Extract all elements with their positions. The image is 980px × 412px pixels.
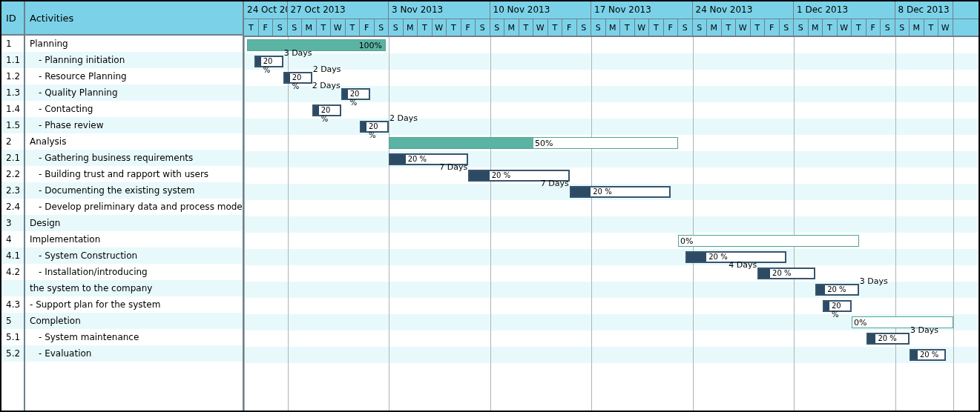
timeline-day-letter: S bbox=[895, 19, 910, 36]
timeline-header-days: TFSSMTWTFSSMTWTFSSMTWTFSSMTWTFSSMTWTFSSM… bbox=[244, 19, 979, 36]
gantt-task-bar[interactable]: 20 %2 Days bbox=[360, 121, 389, 133]
timeline-day-letter: S bbox=[375, 19, 389, 36]
cell-activity: - Installation/introducing bbox=[25, 264, 243, 280]
gantt-task-bar[interactable]: 20 %2 Days bbox=[341, 88, 370, 100]
timeline-row: 20 %3 Days bbox=[244, 53, 979, 70]
cell-activity: Analysis bbox=[25, 133, 243, 150]
cell-id: 1.2 bbox=[1, 68, 24, 84]
gantt-grid: ID 11.11.21.31.41.522.12.22.32.4344.14.2… bbox=[1, 1, 979, 411]
gantt-bar-pct-label: 20 % bbox=[350, 90, 369, 99]
timeline-week-label: 3 Nov 2013 bbox=[389, 1, 490, 19]
gantt-bar-progress bbox=[571, 187, 591, 196]
timeline-day-letter: M bbox=[910, 19, 924, 36]
timeline-day-letter: T bbox=[649, 19, 664, 36]
gantt-bar-progress bbox=[361, 122, 366, 131]
gantt-task-bar[interactable]: 20 % bbox=[312, 104, 341, 116]
gantt-bar-pct-label: 20 % bbox=[492, 171, 510, 180]
cell-activity: - Evaluation bbox=[25, 345, 243, 362]
cell-activity: - Building trust and rapport with users bbox=[25, 166, 243, 182]
timeline-day-letter: T bbox=[317, 19, 332, 36]
col-activities: Activities Planning- Planning initiation… bbox=[25, 1, 244, 411]
gantt-chart-frame: ID 11.11.21.31.41.522.12.22.32.4344.14.2… bbox=[0, 0, 980, 412]
gantt-task-bar[interactable]: 20 %3 Days bbox=[866, 333, 910, 345]
timeline-day-letter: M bbox=[606, 19, 621, 36]
timeline-day-letter: M bbox=[504, 19, 519, 36]
timeline-day-letter: W bbox=[331, 19, 346, 36]
gantt-bar-pct-label: 20 % bbox=[292, 73, 311, 82]
gantt-bar-progress bbox=[759, 269, 770, 278]
cell-id bbox=[1, 280, 24, 296]
cell-id: 1.5 bbox=[1, 117, 24, 133]
timeline-header-weeks: 24 Oct 201327 Oct 20133 Nov 201310 Nov 2… bbox=[244, 1, 979, 19]
timeline-day-letter: T bbox=[852, 19, 866, 36]
timeline-row: 20 % bbox=[244, 249, 979, 265]
timeline-row: 0% bbox=[244, 233, 979, 249]
gantt-task-bar[interactable]: 20 % bbox=[910, 349, 946, 361]
timeline-day-letter: W bbox=[433, 19, 447, 36]
gantt-bar-duration-label: 2 Days bbox=[313, 64, 341, 74]
gantt-bar-pct-label: 20 % bbox=[878, 334, 896, 343]
timeline-day-letter: F bbox=[259, 19, 274, 36]
gantt-summary-bar[interactable]: 100% bbox=[247, 39, 386, 51]
timeline[interactable]: 24 Oct 201327 Oct 20133 Nov 201310 Nov 2… bbox=[244, 1, 979, 411]
cell-activity: - System Construction bbox=[25, 247, 243, 264]
cell-activity: Implementation bbox=[25, 231, 243, 247]
col-id: ID 11.11.21.31.41.522.12.22.32.4344.14.2… bbox=[1, 1, 25, 411]
cell-activity: - Contacting bbox=[25, 101, 243, 117]
gantt-bar-pct-label: 20 % bbox=[827, 285, 846, 294]
timeline-row: 20 % bbox=[244, 347, 979, 363]
col-id-rows: 11.11.21.31.41.522.12.22.32.4344.14.24.3… bbox=[1, 36, 24, 411]
timeline-day-letter: S bbox=[288, 19, 303, 36]
gantt-summary-bar[interactable]: 50% bbox=[389, 137, 678, 149]
gantt-bar-progress bbox=[390, 155, 406, 164]
cell-id: 4.3 bbox=[1, 296, 24, 313]
timeline-week-label: 27 Oct 2013 bbox=[288, 1, 389, 19]
timeline-week-label: 17 Nov 2013 bbox=[591, 1, 693, 19]
gantt-bar-pct-label: 20 % bbox=[920, 350, 938, 359]
cell-activity: - Support plan for the system bbox=[25, 296, 243, 313]
timeline-day-letter: T bbox=[346, 19, 361, 36]
timeline-row: 20 %7 Days bbox=[244, 167, 979, 184]
gantt-bar-duration-label: 2 Days bbox=[312, 81, 341, 90]
timeline-day-letter: S bbox=[389, 19, 404, 36]
cell-activity: - Resource Planning bbox=[25, 68, 243, 84]
gantt-task-bar[interactable]: 20 %3 Days bbox=[254, 56, 283, 67]
timeline-day-letter: S bbox=[881, 19, 895, 36]
cell-id: 2.4 bbox=[1, 199, 24, 215]
cell-activity: the system to the company bbox=[25, 280, 243, 296]
gantt-bar-progress bbox=[687, 253, 707, 262]
cell-activity: - Documenting the existing system bbox=[25, 182, 243, 199]
gantt-bar-progress bbox=[817, 285, 825, 294]
cell-id: 2.2 bbox=[1, 166, 24, 182]
timeline-day-letter: S bbox=[780, 19, 795, 36]
gantt-bar-pct-label: 20 % bbox=[321, 106, 340, 115]
gantt-task-bar[interactable]: 20 %4 Days bbox=[757, 268, 815, 279]
timeline-body[interactable]: 100%20 %3 Days20 %2 Days20 %2 Days20 %20… bbox=[244, 37, 979, 411]
timeline-day-letter: T bbox=[823, 19, 838, 36]
timeline-day-letter: T bbox=[548, 19, 563, 36]
cell-id: 1.4 bbox=[1, 101, 24, 117]
gantt-task-bar[interactable]: 20 % bbox=[823, 300, 852, 312]
timeline-week-label: 24 Oct 2013 bbox=[244, 1, 288, 19]
gantt-bar-pct-label: 20 % bbox=[369, 122, 387, 131]
col-id-header: ID bbox=[1, 1, 24, 36]
timeline-day-letter: S bbox=[476, 19, 490, 36]
timeline-header: 24 Oct 201327 Oct 20133 Nov 201310 Nov 2… bbox=[244, 1, 979, 37]
gantt-summary-bar[interactable]: 0% bbox=[678, 235, 859, 247]
gantt-task-bar[interactable]: 20 %2 Days bbox=[283, 72, 312, 84]
gantt-bar-progress bbox=[824, 302, 829, 310]
timeline-week-label: 10 Nov 2013 bbox=[490, 1, 592, 19]
gantt-task-bar[interactable]: 20 %3 Days bbox=[815, 284, 859, 296]
cell-id: 5 bbox=[1, 313, 24, 329]
timeline-row: 20 %2 Days bbox=[244, 119, 979, 135]
timeline-row: 100% bbox=[244, 37, 979, 53]
timeline-row: 20 %2 Days bbox=[244, 86, 979, 102]
col-activities-rows: Planning- Planning initiation- Resource … bbox=[25, 36, 243, 411]
timeline-week-label: 1 Dec 2013 bbox=[794, 1, 895, 19]
cell-activity: Design bbox=[25, 215, 243, 231]
gantt-bar-pct-label: 100% bbox=[359, 40, 382, 52]
gantt-task-bar[interactable]: 20 %7 Days bbox=[570, 186, 671, 198]
timeline-day-letter: M bbox=[809, 19, 823, 36]
timeline-week-label: 8 Dec 2013 bbox=[895, 1, 953, 19]
cell-id: 2.1 bbox=[1, 150, 24, 166]
